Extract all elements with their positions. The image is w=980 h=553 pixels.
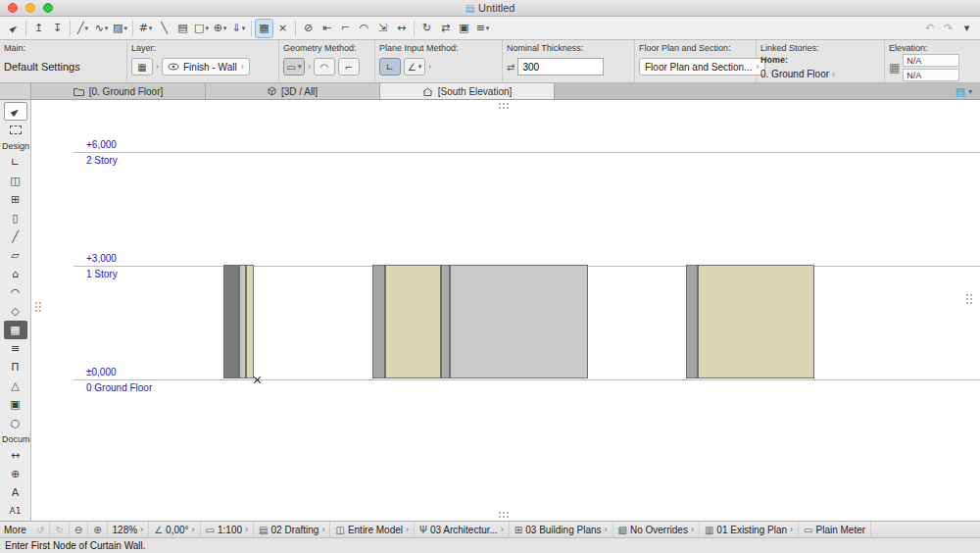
quick-options-icon[interactable]: ▤ — [956, 85, 965, 98]
plane-vertical-button[interactable]: ∟ — [379, 58, 401, 75]
minimize-window-button[interactable] — [25, 3, 35, 13]
palette-handle-left[interactable] — [35, 302, 37, 304]
arrow-tool-button[interactable]: ► — [4, 102, 27, 121]
view-back-control[interactable]: ↺ — [31, 522, 50, 537]
railing-tool-button[interactable]: Π — [4, 358, 27, 377]
drawing-scale-control[interactable]: ▭1:100› — [201, 522, 254, 537]
palette-handle-bottom[interactable] — [499, 512, 501, 514]
grid-snap-button[interactable]: #▾ — [136, 19, 155, 38]
wall-segment[interactable] — [450, 265, 588, 378]
slab-tool-button[interactable]: ▱ — [4, 246, 27, 265]
dimension-unit-control[interactable]: ▭Plain Meter — [799, 522, 871, 537]
roof-tool-button[interactable]: ⌂ — [4, 265, 27, 283]
elevation-bottom-field[interactable]: N/A — [903, 69, 959, 81]
pen-set-control[interactable]: ▤02 Drafting› — [254, 522, 330, 537]
dimension-tool-button[interactable]: ↔ — [4, 446, 27, 465]
graphic-override-control[interactable]: ▧No Overrides› — [613, 522, 700, 537]
close-window-button[interactable] — [8, 3, 18, 13]
plane-slanted-button[interactable]: ∠ ▾ — [404, 58, 425, 75]
stair-tool-button[interactable]: ≡ — [4, 339, 27, 358]
wall-segment[interactable] — [372, 265, 385, 378]
tab-3d-all[interactable]: [3D / All] — [206, 83, 380, 99]
floorplan-display-select[interactable]: Floor Plan and Section... › — [639, 58, 765, 75]
anchor-point-button[interactable]: ⊕▾ — [211, 19, 229, 38]
wall-segment[interactable] — [385, 265, 441, 378]
marquee-mode-button[interactable]: ▦ — [255, 19, 273, 38]
intersect-button[interactable]: ⌐ — [336, 19, 355, 38]
default-settings-button[interactable]: Default Settings — [4, 61, 80, 73]
story-level-line[interactable] — [74, 152, 980, 153]
geometry-curved-button[interactable]: ◠ — [314, 58, 335, 75]
mirror-button[interactable]: ⇄ — [436, 19, 455, 38]
rotation-angle-control[interactable]: ∠0,00°› — [149, 522, 200, 537]
layer-select[interactable]: Finish - Wall › — [162, 58, 250, 75]
text-tool-button[interactable]: A — [4, 483, 27, 502]
tab-ground-floor[interactable]: [0. Ground Floor] — [31, 83, 206, 99]
multiply-button[interactable]: ▣ — [455, 19, 473, 38]
guide-lines-button[interactable]: ╲ — [155, 19, 173, 38]
geometry-polyline-button[interactable]: ⌐ — [338, 58, 360, 75]
spline-tool-button[interactable]: ∿▾ — [92, 19, 111, 38]
story-level-line[interactable] — [74, 379, 980, 380]
structure-display-control[interactable]: ◫Entire Model› — [330, 522, 415, 537]
split-button[interactable]: ⊘ — [299, 19, 318, 38]
resize-button[interactable]: ⇲ — [373, 19, 392, 38]
column-tool-button[interactable]: ▯ — [4, 209, 27, 227]
drawing-canvas[interactable]: +6,0002 Story+3,0001 Story±0,0000 Ground… — [31, 100, 980, 521]
trace-reference-button[interactable]: ▤ — [173, 19, 192, 38]
palette-handle-top[interactable] — [499, 103, 501, 105]
wall-segment[interactable] — [246, 265, 254, 378]
window-tool-button[interactable]: ⊞ — [4, 190, 27, 209]
wall-segment[interactable] — [441, 265, 450, 378]
nominal-thickness-input[interactable] — [517, 58, 604, 75]
stretch-button[interactable]: ↔ — [392, 19, 411, 38]
rotate-button[interactable]: ↻ — [417, 19, 436, 38]
tab-south-elevation[interactable]: [South Elevation] — [380, 83, 555, 99]
inject-parameters-button[interactable]: ↧ — [48, 19, 67, 38]
wall-segment[interactable] — [698, 265, 814, 378]
element-filter-button[interactable]: □▾ — [192, 19, 211, 38]
beam-tool-button[interactable]: ╱ — [4, 227, 27, 246]
zoom-window-button[interactable] — [43, 3, 53, 13]
layer-settings-button[interactable]: ▦ — [131, 58, 153, 75]
geometry-straight-button[interactable]: ▭ ▾ — [283, 58, 305, 75]
wall-tool-button[interactable]: ∟ — [4, 153, 27, 172]
shell-tool-button[interactable]: ◠ — [4, 283, 27, 302]
palette-handle-right[interactable] — [966, 294, 968, 296]
mesh-tool-button[interactable]: △ — [4, 377, 27, 395]
elevation-top-field[interactable]: N/A — [903, 54, 959, 67]
fill-tool-button[interactable]: ▨▾ — [111, 19, 129, 38]
redo-button[interactable]: ↷ — [939, 19, 957, 38]
label-tool-button[interactable]: A1 — [4, 502, 27, 521]
marquee-tool-button[interactable] — [4, 121, 27, 139]
wall-segment[interactable] — [223, 265, 239, 378]
fillet-button[interactable]: ◠ — [355, 19, 373, 38]
zoom-in-control[interactable]: ⊕ — [88, 522, 107, 537]
align-button[interactable]: ≡▾ — [473, 19, 492, 38]
wall-segment[interactable] — [686, 265, 698, 378]
object-tool-button[interactable]: ○ — [4, 414, 27, 432]
wall-segment[interactable] — [239, 265, 246, 378]
level-dimension-tool-button[interactable]: ⊕ — [4, 465, 27, 483]
explode-button[interactable]: × — [273, 19, 292, 38]
zoom-level-control[interactable]: 128%› — [108, 522, 150, 537]
pick-up-parameters-button[interactable]: ↥ — [29, 19, 48, 38]
curtain-wall-tool-button[interactable]: ▦ — [4, 321, 27, 339]
zone-tool-button[interactable]: ▣ — [4, 395, 27, 414]
home-story-select[interactable]: 0. Ground Floor › — [760, 69, 880, 79]
morph-tool-button[interactable]: ◇ — [4, 302, 27, 321]
select-tool-button[interactable]: ► — [4, 19, 23, 38]
zoom-out-control[interactable]: ⊖ — [70, 522, 88, 537]
adjust-button[interactable]: ⇤ — [318, 19, 336, 38]
renovation-filter-control[interactable]: ▥01 Existing Plan› — [700, 522, 799, 537]
toolbar-options-button[interactable]: ▾ — [957, 19, 976, 38]
dimension-standard-control[interactable]: ⊞03 Building Plans› — [510, 522, 613, 537]
quick-options-caret-icon[interactable]: ▾ — [968, 87, 972, 96]
layer-combination-control[interactable]: Ψ03 Architectur...› — [415, 522, 510, 537]
gravity-button[interactable]: ⇓▾ — [229, 19, 248, 38]
view-forward-control[interactable]: ↻ — [50, 522, 69, 537]
door-tool-button[interactable]: ◫ — [4, 172, 27, 190]
line-tool-button[interactable]: ╱▾ — [74, 19, 92, 38]
undo-button[interactable]: ↶ — [920, 19, 939, 38]
toolbox-more-button[interactable]: More — [0, 525, 31, 535]
